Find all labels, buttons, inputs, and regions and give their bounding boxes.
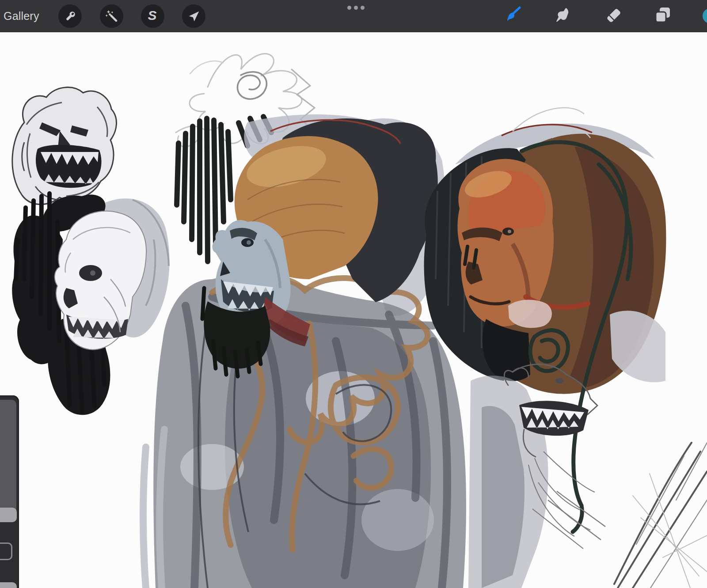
layers-button[interactable] xyxy=(652,5,673,27)
smudge-icon xyxy=(551,5,571,27)
transform-arrow-icon xyxy=(187,10,201,23)
size-slider-thumb[interactable] xyxy=(0,508,17,522)
transform-button[interactable] xyxy=(182,4,205,28)
actions-button[interactable] xyxy=(58,4,82,28)
eraser-icon xyxy=(604,5,623,27)
paint-tool-button[interactable] xyxy=(502,5,523,27)
paintbrush-icon xyxy=(502,5,522,27)
magic-wand-icon xyxy=(105,10,118,23)
ellipsis-icon[interactable] xyxy=(347,6,365,10)
diagonal-pencil-hatching xyxy=(614,443,707,588)
modify-button[interactable] xyxy=(0,542,12,560)
drawing-canvas[interactable] xyxy=(0,32,707,588)
opacity-slider-thumb[interactable] xyxy=(0,582,17,588)
skull-study-with-black-scribbles xyxy=(12,193,169,415)
selection-button[interactable]: S xyxy=(141,4,164,28)
layers-icon xyxy=(653,5,673,27)
screaming-creature-sketch xyxy=(468,364,605,588)
erase-tool-button[interactable] xyxy=(603,5,624,27)
color-swatch[interactable] xyxy=(703,8,707,23)
grinning-monster-sketch xyxy=(12,87,117,205)
adjustments-button[interactable] xyxy=(100,4,123,28)
wrench-icon xyxy=(64,10,77,23)
top-toolbar: Gallery S xyxy=(0,0,707,32)
gallery-button[interactable]: Gallery xyxy=(4,0,39,32)
painted-skull-face-figure xyxy=(143,114,466,588)
selection-s-icon: S xyxy=(148,8,156,23)
smudge-tool-button[interactable] xyxy=(551,5,572,27)
size-slider-track[interactable] xyxy=(0,400,16,522)
